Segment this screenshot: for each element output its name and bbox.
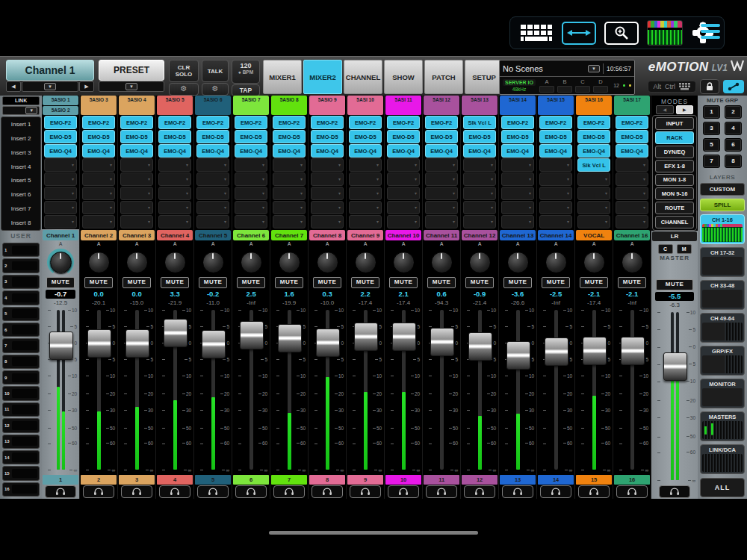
input-source-a[interactable]: A bbox=[347, 240, 384, 248]
insert-slot[interactable]: EMO-Q4 bbox=[196, 144, 229, 158]
cue-button[interactable] bbox=[502, 485, 533, 498]
user-slot[interactable]: 14 bbox=[2, 450, 40, 464]
channel-io-label[interactable]: 5ASIO 3 bbox=[81, 96, 117, 115]
selected-channel-display[interactable]: Channel 1 bbox=[6, 60, 94, 81]
insert-slot[interactable]: EMO-Q4 bbox=[311, 144, 344, 158]
fader-track[interactable] bbox=[554, 310, 558, 470]
channel-number[interactable]: 2 bbox=[81, 475, 117, 485]
insert-slot-empty[interactable]: ▾ bbox=[463, 187, 496, 200]
insert-slot-empty[interactable]: ▾ bbox=[501, 201, 534, 214]
insert-slot-empty[interactable]: ▾ bbox=[311, 201, 344, 214]
insert-slot[interactable]: EMO-Q4 bbox=[425, 144, 458, 158]
insert-slot-empty[interactable]: ▾ bbox=[577, 187, 610, 200]
fader-value[interactable]: 0.0 bbox=[122, 290, 152, 299]
insert-slot-empty[interactable]: ▾ bbox=[120, 201, 153, 214]
master-c-button[interactable]: C bbox=[658, 244, 673, 254]
fader-value[interactable]: 0.6 bbox=[427, 290, 456, 299]
fader-handle[interactable] bbox=[621, 337, 645, 365]
gain-knob[interactable] bbox=[88, 252, 110, 273]
insert-slot[interactable]: EMO-D5 bbox=[349, 130, 382, 143]
mute-button[interactable]: MUTE bbox=[351, 277, 379, 288]
insert-slot-empty[interactable]: ▾ bbox=[158, 158, 191, 172]
user-slot[interactable]: 10 bbox=[2, 386, 40, 400]
tab-channel[interactable]: CHANNEL bbox=[344, 60, 382, 94]
insert-slot-empty[interactable]: ▾ bbox=[235, 201, 267, 214]
fader[interactable]: 105051020305060∞ bbox=[232, 307, 270, 474]
preset-dropdown[interactable]: ▼ bbox=[99, 81, 164, 92]
channel-number[interactable]: 12 bbox=[462, 475, 498, 485]
mode-button-dyn-eq[interactable]: DYN/EQ bbox=[655, 146, 694, 158]
clear-solo-button[interactable]: CLR SOLO bbox=[169, 60, 199, 82]
insert-slot-empty[interactable]: ▾ bbox=[539, 187, 572, 200]
fader-value[interactable]: 2.5 bbox=[236, 290, 266, 299]
layer-bank-ch-49-64[interactable]: CH 49-64 bbox=[700, 313, 745, 343]
cue-button[interactable] bbox=[311, 485, 343, 498]
channel-name[interactable]: Channel 8 bbox=[309, 230, 345, 240]
channel-io-label[interactable]: 5ASIO 8 bbox=[271, 96, 307, 115]
layer-bank-ch-17-32[interactable]: CH 17-32 bbox=[700, 247, 745, 277]
fader[interactable]: 105051020305060∞ bbox=[118, 307, 155, 474]
insert-slot[interactable]: EMO-Q4 bbox=[158, 144, 191, 158]
insert-slot[interactable]: Slk Vcl L bbox=[577, 158, 610, 172]
insert-slot-empty[interactable]: ▾ bbox=[387, 215, 420, 228]
device-slot[interactable] bbox=[539, 86, 554, 93]
insert-slot[interactable]: EMO-D5 bbox=[425, 130, 458, 143]
channel-io-label[interactable]: 5ASI 12 bbox=[424, 96, 459, 115]
insert-slot[interactable]: EMO-F2 bbox=[311, 116, 344, 129]
insert-slot-empty[interactable]: ▾ bbox=[616, 215, 648, 228]
mute-button[interactable]: MUTE bbox=[161, 277, 189, 288]
channel-number[interactable]: 1 bbox=[43, 475, 78, 485]
fader-value[interactable]: 2.1 bbox=[388, 290, 418, 299]
cue-button[interactable] bbox=[45, 485, 76, 498]
user-slot[interactable]: 5 bbox=[2, 307, 40, 321]
channel-name[interactable]: Channel 10 bbox=[385, 230, 421, 240]
user-slot[interactable]: 9 bbox=[2, 370, 40, 385]
insert-slot-empty[interactable]: ▾ bbox=[349, 187, 382, 200]
insert-slot[interactable]: EMO-F2 bbox=[577, 116, 610, 129]
fader-handle[interactable] bbox=[278, 324, 302, 352]
fader-value[interactable]: -0.2 bbox=[198, 290, 228, 299]
insert-slot-empty[interactable]: ▾ bbox=[82, 187, 115, 200]
cue-button[interactable] bbox=[83, 485, 114, 498]
insert-slot[interactable]: EMO-F2 bbox=[120, 116, 153, 129]
insert-slot[interactable]: EMO-Q4 bbox=[44, 144, 77, 158]
input-source-a[interactable]: A bbox=[423, 240, 460, 248]
talkback-button[interactable]: TALK bbox=[202, 60, 229, 82]
channel-name[interactable]: Channel 9 bbox=[347, 230, 383, 240]
tab-patch[interactable]: PATCH bbox=[424, 60, 463, 94]
layer-all-button[interactable]: ALL bbox=[700, 478, 745, 497]
insert-slot[interactable]: EMO-Q4 bbox=[82, 144, 115, 158]
master-fader[interactable]: 105051020305060∞ bbox=[651, 309, 698, 485]
strip-width-toggle[interactable] bbox=[562, 22, 596, 45]
user-slot[interactable]: 15 bbox=[2, 466, 40, 480]
input-source-a[interactable]: A bbox=[232, 240, 270, 248]
fader-value[interactable]: 1.6 bbox=[274, 290, 304, 299]
fader-track[interactable] bbox=[676, 312, 679, 480]
channel-io-label[interactable]: 5ASI 17 bbox=[614, 96, 650, 115]
gain-knob[interactable] bbox=[545, 252, 567, 273]
gain-knob[interactable] bbox=[202, 252, 224, 273]
fader[interactable]: 105051020305060∞ bbox=[156, 307, 193, 474]
insert-slot-empty[interactable]: ▾ bbox=[44, 172, 77, 186]
zoom-tool-button[interactable] bbox=[604, 22, 639, 45]
fader[interactable]: 105051020305060∞ bbox=[42, 307, 79, 474]
insert-slot-empty[interactable]: ▾ bbox=[82, 215, 115, 228]
user-slot[interactable]: 2 bbox=[2, 258, 40, 273]
channel-io-label[interactable]: 5ASI 10 bbox=[347, 96, 383, 115]
fader-handle[interactable] bbox=[164, 319, 187, 347]
insert-slot-empty[interactable]: ▾ bbox=[349, 172, 382, 186]
input-source-a[interactable]: A bbox=[575, 240, 613, 248]
input-source-a[interactable]: A bbox=[461, 240, 498, 248]
insert-slot-empty[interactable]: ▾ bbox=[577, 172, 610, 186]
insert-slot-empty[interactable]: ▾ bbox=[120, 172, 153, 186]
fader-value[interactable]: -0.7 bbox=[46, 290, 75, 299]
insert-slot[interactable]: EMO-F2 bbox=[387, 116, 420, 129]
mute-group-button[interactable]: 5 bbox=[703, 138, 720, 152]
gain-knob[interactable] bbox=[431, 252, 453, 273]
cue-button[interactable] bbox=[350, 485, 381, 498]
user-slot[interactable]: 6 bbox=[2, 323, 40, 337]
cue-button[interactable] bbox=[540, 485, 571, 498]
tab-setup[interactable]: SETUP bbox=[465, 60, 503, 94]
cue-button[interactable] bbox=[616, 485, 648, 498]
insert-slot-empty[interactable]: ▾ bbox=[120, 158, 153, 172]
